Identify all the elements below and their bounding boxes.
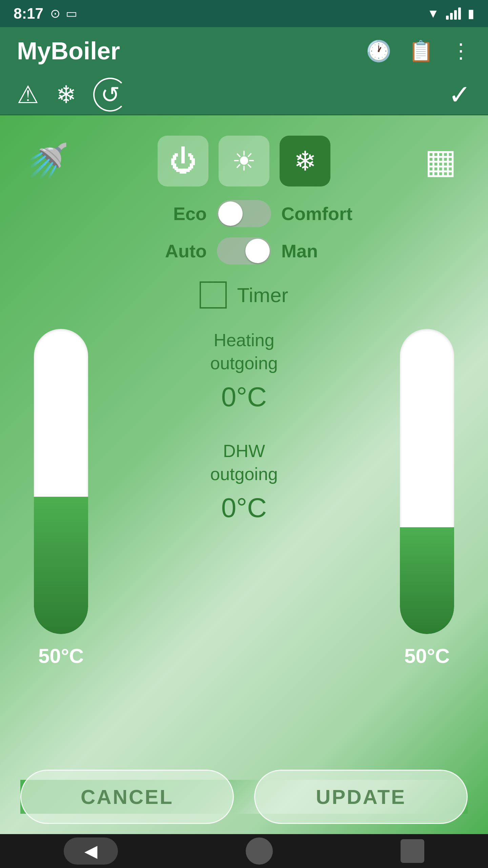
status-time: 8:17	[14, 5, 43, 22]
sun-button[interactable]: ☀	[219, 136, 269, 186]
main-content: 🚿 ⏻ ☀ ❄ ▦ Eco Comfort Auto	[0, 115, 488, 834]
nav-back-button[interactable]: ◀	[64, 837, 118, 865]
dhw-title: DHWoutgoing	[210, 440, 278, 486]
nav-bar: ◀	[0, 834, 488, 868]
status-left: 8:17 ⊙ ▭	[14, 5, 77, 22]
left-gauge-label: 50°C	[38, 644, 84, 668]
cancel-button[interactable]: CANCEL	[20, 770, 234, 824]
eco-label: Eco	[132, 203, 207, 224]
sun-icon: ☀	[232, 145, 256, 177]
snow-button[interactable]: ❄	[280, 136, 330, 186]
left-gauge-container: 50°C	[20, 329, 102, 668]
toolbar-left: ⚠ ❄ ↺	[17, 78, 127, 112]
app-bar: MyBoiler 🕐 📋 ⋮	[0, 27, 488, 75]
signal-icon	[446, 7, 461, 20]
mode-buttons: ⏻ ☀ ❄	[158, 136, 330, 186]
eco-comfort-toggle[interactable]	[217, 200, 271, 227]
snowflake-toolbar-icon: ❄	[56, 80, 76, 109]
dhw-info: DHWoutgoing 0°C	[210, 440, 278, 524]
more-icon[interactable]: ⋮	[451, 39, 471, 63]
nav-recent-button[interactable]	[401, 839, 424, 863]
heating-title: Heatingoutgoing	[210, 329, 278, 375]
app-bar-icons: 🕐 📋 ⋮	[366, 39, 471, 63]
faucet-container: 🚿	[20, 141, 75, 181]
notification-icon: ⊙	[50, 6, 60, 21]
schedule-icon[interactable]: 📋	[408, 39, 434, 63]
update-button[interactable]: UPDATE	[254, 770, 468, 824]
app-title: MyBoiler	[17, 37, 120, 65]
power-button[interactable]: ⏻	[158, 136, 208, 186]
timer-checkbox[interactable]	[200, 281, 227, 309]
power-icon: ⏻	[169, 145, 197, 177]
man-label: Man	[281, 240, 356, 261]
auto-man-toggle-row: Auto Man	[132, 237, 356, 264]
warning-icon: ⚠	[17, 80, 39, 109]
auto-man-toggle[interactable]	[217, 237, 271, 264]
right-gauge-fill	[400, 527, 454, 634]
wifi-icon: ▼	[427, 6, 439, 21]
nav-home-button[interactable]	[246, 837, 273, 865]
status-bar: 8:17 ⊙ ▭ ▼ ▮	[0, 0, 488, 27]
auto-label: Auto	[132, 240, 207, 261]
left-gauge-fill	[34, 497, 88, 634]
snowflake-icon: ❄	[294, 145, 317, 177]
center-info: Heatingoutgoing 0°C DHWoutgoing 0°C	[102, 329, 386, 551]
radiator-icon: ▦	[425, 141, 456, 181]
dhw-value: 0°C	[210, 492, 278, 524]
status-right: ▼ ▮	[427, 6, 474, 21]
right-gauge-tube	[400, 329, 454, 634]
battery-icon: ▮	[468, 6, 474, 21]
mode-buttons-row: 🚿 ⏻ ☀ ❄ ▦	[20, 136, 468, 186]
left-gauge-tube	[34, 329, 88, 634]
toggles-row: Eco Comfort Auto Man	[20, 200, 468, 264]
heating-info: Heatingoutgoing 0°C	[210, 329, 278, 413]
auto-man-thumb	[245, 239, 270, 263]
status-icons: ⊙ ▭	[50, 6, 77, 21]
buttons-row: CANCEL UPDATE	[20, 780, 468, 814]
eco-comfort-toggle-row: Eco Comfort	[132, 200, 356, 227]
heating-value: 0°C	[210, 381, 278, 413]
checkmark-icon[interactable]: ✓	[448, 79, 471, 111]
eco-comfort-thumb	[218, 201, 243, 226]
timer-row: Timer	[200, 281, 288, 309]
sim-icon: ▭	[66, 6, 77, 21]
faucet-icon: 🚿	[26, 141, 69, 181]
radiator-container: ▦	[413, 141, 468, 181]
nav-back-icon: ◀	[84, 841, 97, 861]
right-gauge-container: 50°C	[386, 329, 468, 668]
refresh-icon[interactable]: ↺	[93, 78, 127, 112]
history-icon[interactable]: 🕐	[366, 39, 391, 63]
comfort-label: Comfort	[281, 203, 356, 224]
timer-label: Timer	[237, 283, 288, 307]
gauges-section: 50°C Heatingoutgoing 0°C DHWoutgoing 0°C	[20, 329, 468, 753]
toolbar-row: ⚠ ❄ ↺ ✓	[0, 75, 488, 115]
right-gauge-label: 50°C	[404, 644, 450, 668]
